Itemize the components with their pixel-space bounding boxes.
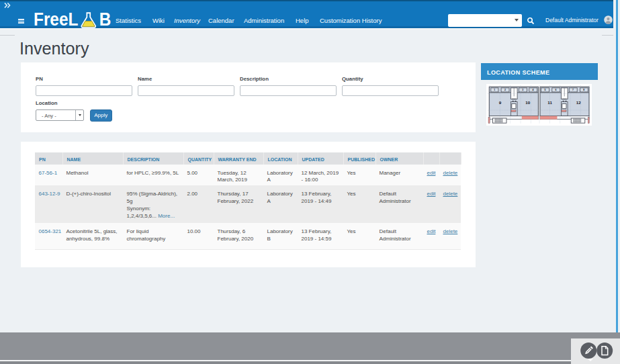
svg-text:4: 4 <box>533 89 534 91</box>
svg-text:2: 2 <box>504 89 506 91</box>
svg-text:8: 8 <box>583 89 584 91</box>
svg-text:9: 9 <box>499 100 502 105</box>
svg-text:12: 12 <box>576 100 581 105</box>
svg-text:10: 10 <box>525 100 530 105</box>
svg-text:3: 3 <box>522 89 523 91</box>
svg-text:6: 6 <box>556 89 557 91</box>
svg-text:5: 5 <box>544 89 545 91</box>
svg-text:11: 11 <box>547 100 552 105</box>
svg-text:1: 1 <box>494 89 495 91</box>
svg-text:7: 7 <box>572 89 574 91</box>
